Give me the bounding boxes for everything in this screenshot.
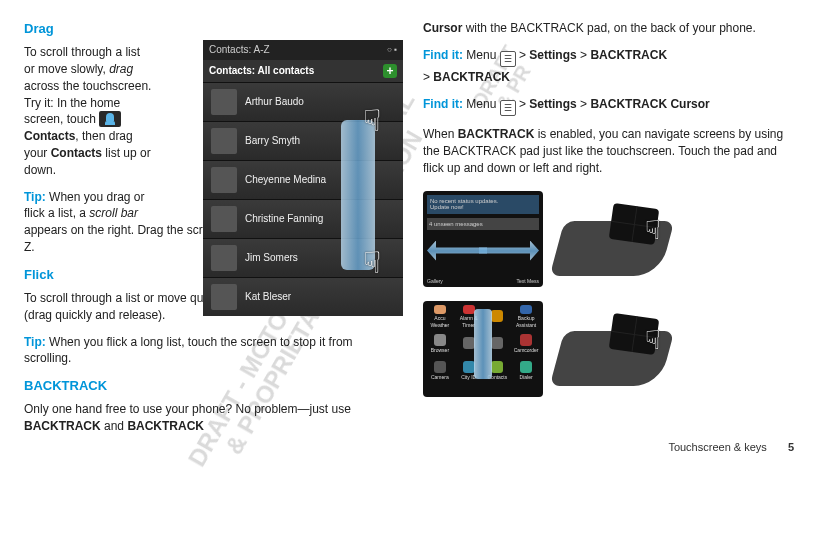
text: with the BACKTRACK pad, on the back of y… [462, 21, 756, 35]
text: > [516, 97, 530, 111]
contacts-label: Contacts [24, 129, 75, 143]
text: To scroll through a list or move quickly… [24, 291, 233, 305]
arrow-right-icon [479, 241, 539, 261]
text: and [101, 419, 128, 433]
backtrack-bold: BACKTRACK [458, 127, 535, 141]
text: When [423, 127, 458, 141]
backtrack-bold: BACKTRACK [433, 70, 510, 84]
tip-label: Tip: [24, 335, 46, 349]
backtrack-bold: BACKTRACK [127, 419, 204, 433]
backtrack-pad-illustration: ☟ [557, 202, 667, 276]
tip-label: Tip: [24, 190, 46, 204]
backtrack-bold: BACKTRACK [24, 419, 101, 433]
find-it-1b: > BACKTRACK [423, 69, 794, 86]
arrow-left-icon [427, 241, 487, 261]
cursor-bold: Cursor [423, 21, 462, 35]
text: Only one hand free to use your phone? No… [24, 402, 351, 416]
drag-paragraph: To scroll through a list or move slowly,… [24, 44, 154, 178]
backtrack-illustration-1: No recent status updates. Update now! 4 … [423, 191, 794, 287]
contacts-header-1: Contacts: A-Z ○ ▪ [203, 40, 403, 60]
contact-row[interactable]: Cheyenne Medina [203, 160, 403, 199]
contacts-subtitle: Contacts: All contacts [209, 64, 314, 78]
scrollbar-em: scroll bar [89, 206, 138, 220]
drag-tip: Tip: When you drag or flick a list, a sc… [24, 189, 154, 223]
contact-name: Arthur Baudo [245, 95, 304, 109]
text: > [577, 48, 591, 62]
contact-row[interactable]: Christine Fanning [203, 199, 403, 238]
avatar [211, 206, 237, 232]
app-icon: Camcorder [513, 332, 539, 356]
contacts-title: Contacts: A-Z [209, 43, 270, 57]
text: Menu [463, 97, 500, 111]
home-screen-mock: No recent status updates. Update now! 4 … [423, 191, 543, 287]
avatar [211, 284, 237, 310]
contact-name: Christine Fanning [245, 212, 323, 226]
contacts-icon [99, 111, 121, 127]
contact-name: Kat Bleser [245, 290, 291, 304]
text: across the touchscreen. Try it: In the h… [24, 79, 151, 127]
tab-gallery: Gallery [427, 278, 443, 285]
contact-row[interactable]: Barry Smyth [203, 121, 403, 160]
contact-row[interactable]: Arthur Baudo [203, 82, 403, 121]
apps-grid-mock: Accu Weather Alarm & Timer Backup Assist… [423, 301, 543, 397]
contacts-screenshot: Contacts: A-Z ○ ▪ Contacts: All contacts… [203, 40, 403, 316]
drag-em: drag [109, 62, 133, 76]
findit-label: Find it: [423, 97, 463, 111]
backtrack-bold: BACKTRACK [590, 48, 667, 62]
settings-bold: Settings [529, 48, 576, 62]
app-icon: Dialer [513, 359, 539, 383]
contact-row[interactable]: Jim Somers [203, 238, 403, 277]
page-number: 5 [788, 441, 794, 453]
add-contact-icon[interactable]: + [383, 64, 397, 78]
text: > [516, 48, 530, 62]
hand-icon: ☟ [645, 212, 661, 248]
status-icons: ○ ▪ [387, 44, 397, 55]
vertical-scroll-gesture [474, 309, 492, 379]
find-it-1: Find it: Menu ☰ > Settings > BACKTRACK [423, 47, 794, 67]
messages-bar: 4 unseen messages [427, 218, 539, 230]
menu-icon: ☰ [500, 51, 516, 67]
backtrack-cursor-bold: BACKTRACK Cursor [590, 97, 709, 111]
text: > [423, 70, 433, 84]
app-icon: Accu Weather [427, 305, 453, 329]
menu-icon: ☰ [500, 100, 516, 116]
backtrack-illustration-2: Accu Weather Alarm & Timer Backup Assist… [423, 301, 794, 397]
contacts-header-2: Contacts: All contacts + [203, 60, 403, 82]
footer-section: Touchscreen & keys [668, 441, 766, 453]
cursor-paragraph: Cursor with the BACKTRACK pad, on the ba… [423, 20, 794, 37]
status-update-block: No recent status updates. Update now! [427, 195, 539, 214]
contact-name: Barry Smyth [245, 134, 300, 148]
contact-row[interactable]: Kat Bleser [203, 277, 403, 316]
contact-name: Jim Somers [245, 251, 298, 265]
backtrack-enable-paragraph: When BACKTRACK is enabled, you can navig… [423, 126, 794, 176]
avatar [211, 128, 237, 154]
settings-bold: Settings [529, 97, 576, 111]
hand-icon: ☟ [645, 322, 661, 358]
avatar [211, 89, 237, 115]
flick-tip: Tip: When you flick a long list, touch t… [24, 334, 395, 368]
contact-name: Cheyenne Medina [245, 173, 326, 187]
findit-label: Find it: [423, 48, 463, 62]
app-icon: Backup Assistant [513, 305, 539, 329]
app-icon: Browser [427, 332, 453, 356]
tab-text-mess: Text Mess [516, 278, 539, 285]
text: When you flick a long list, touch the sc… [24, 335, 353, 366]
backtrack-heading: BACKTRACK [24, 377, 395, 395]
text: Menu [463, 48, 500, 62]
avatar [211, 245, 237, 271]
page-footer: Touchscreen & keys 5 [668, 440, 794, 455]
avatar [211, 167, 237, 193]
app-icon: Camera [427, 359, 453, 383]
find-it-2: Find it: Menu ☰ > Settings > BACKTRACK C… [423, 96, 794, 116]
backtrack-pad-illustration: ☟ [557, 312, 667, 386]
backtrack-paragraph: Only one hand free to use your phone? No… [24, 401, 395, 435]
contacts-bold: Contacts [51, 146, 102, 160]
drag-heading: Drag [24, 20, 395, 38]
text: > [577, 97, 591, 111]
